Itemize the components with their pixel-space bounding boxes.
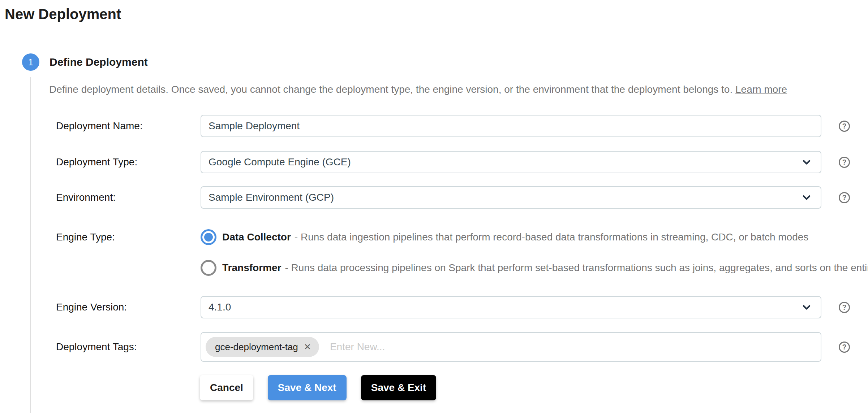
engine-version-help-icon[interactable]: ? [839,302,850,313]
page-title: New Deployment [5,5,868,23]
new-deployment-page: New Deployment 1 Define Deployment Defin… [0,5,868,413]
save-next-button[interactable]: Save & Next [268,375,347,400]
deployment-name-help-icon[interactable]: ? [839,121,850,132]
deployment-name-row: Deployment Name: ? [0,115,868,137]
tag-chip: gce-deployment-tag ✕ [206,337,319,357]
deployment-tags-row: Deployment Tags: gce-deployment-tag ✕ ? [0,332,868,362]
chevron-down-icon [801,192,812,203]
radio-selected-icon[interactable] [201,229,216,245]
engine-version-select[interactable]: 4.1.0 [201,296,821,318]
deployment-type-select[interactable]: Google Compute Engine (GCE) [201,151,821,173]
step-connector-line [30,77,31,413]
cancel-button[interactable]: Cancel [200,375,253,400]
environment-help-icon[interactable]: ? [839,192,850,203]
close-icon[interactable]: ✕ [304,343,311,351]
engine-type-options: Data Collector - Runs data ingestion pip… [201,229,821,276]
save-exit-button[interactable]: Save & Exit [361,375,437,400]
engine-option-description: - Runs data ingestion pipelines that per… [295,231,808,243]
step-number-badge: 1 [22,53,39,71]
step-title: Define Deployment [50,56,148,68]
deployment-name-label: Deployment Name: [56,120,201,132]
tag-chip-label: gce-deployment-tag [215,342,298,353]
engine-option-name: Data Collector [222,231,291,243]
tags-new-input[interactable] [329,341,816,353]
environment-value: Sample Environment (GCP) [209,192,334,203]
deployment-type-label: Deployment Type: [56,156,201,168]
chevron-down-icon [801,157,812,168]
deployment-name-input[interactable] [201,115,821,137]
learn-more-link[interactable]: Learn more [735,84,787,95]
form-actions: Cancel Save & Next Save & Exit [0,375,868,400]
environment-label: Environment: [56,192,201,203]
radio-unselected-icon[interactable] [201,260,216,276]
deployment-tags-field[interactable]: gce-deployment-tag ✕ [201,332,821,362]
step-description: Define deployment details. Once saved, y… [49,82,868,97]
deployment-type-value: Google Compute Engine (GCE) [209,156,351,168]
environment-select[interactable]: Sample Environment (GCP) [201,186,821,209]
engine-option-name: Transformer [222,262,281,274]
engine-option-description: - Runs data processing pipelines on Spar… [285,262,868,274]
step-header: 1 Define Deployment [22,53,868,71]
deployment-form: Deployment Name: ? Deployment Type: Goog… [0,115,868,400]
deployment-type-help-icon[interactable]: ? [839,157,850,168]
engine-version-row: Engine Version: 4.1.0 ? [0,296,868,318]
engine-type-label: Engine Type: [56,229,201,245]
deployment-type-row: Deployment Type: Google Compute Engine (… [0,151,868,173]
engine-type-row: Engine Type: Data Collector - Runs data … [0,229,868,276]
step-description-text: Define deployment details. Once saved, y… [49,84,732,95]
chevron-down-icon [801,302,812,313]
engine-option-data-collector[interactable]: Data Collector - Runs data ingestion pip… [201,229,821,245]
engine-version-value: 4.1.0 [209,301,231,313]
engine-version-label: Engine Version: [56,301,201,313]
environment-row: Environment: Sample Environment (GCP) ? [0,186,868,209]
engine-option-transformer[interactable]: Transformer - Runs data processing pipel… [201,260,821,276]
deployment-tags-label: Deployment Tags: [56,341,201,353]
deployment-tags-help-icon[interactable]: ? [839,342,850,353]
